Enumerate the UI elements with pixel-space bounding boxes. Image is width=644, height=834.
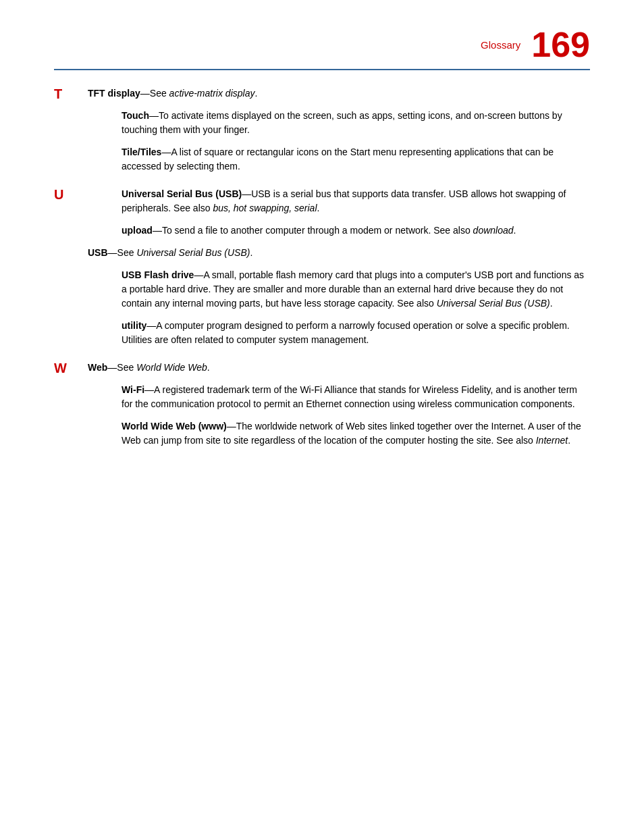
entry-tile-tiles: Tile/Tiles—A list of square or rectangul…: [88, 145, 590, 174]
term-tft-display: TFT display: [88, 88, 140, 99]
entry-usb-flash-drive: USB Flash drive—A small, portable flash …: [88, 268, 590, 311]
entry-touch: Touch—To activate items displayed on the…: [88, 109, 590, 137]
term-touch: Touch: [122, 110, 149, 121]
entry-universal-serial-bus: Universal Serial Bus (USB)—USB is a seri…: [88, 187, 590, 215]
see-also-tft-display: active-matrix display: [169, 88, 255, 99]
entry-utility: utility—A computer program designed to p…: [88, 319, 590, 347]
header-divider: [54, 69, 590, 70]
see-also-world-wide-web: World Wide Web: [136, 362, 207, 373]
section-u: U Universal Serial Bus (USB)—USB is a se…: [54, 187, 590, 355]
term-usb-flash-drive: USB Flash drive: [122, 269, 194, 280]
section-u-entries: Universal Serial Bus (USB)—USB is a seri…: [88, 187, 590, 355]
term-web: Web: [88, 362, 107, 373]
term-usb: USB: [88, 247, 108, 258]
entry-world-wide-web: World Wide Web (www)—The worldwide netwo…: [88, 419, 590, 448]
see-also-internet: Internet: [536, 435, 568, 446]
term-wi-fi: Wi-Fi: [122, 384, 144, 395]
page: Glossary 169 T TFT display—See active-ma…: [0, 0, 644, 834]
entry-tft-display: TFT display—See active-matrix display.: [88, 86, 590, 101]
letter-u: U: [54, 187, 88, 355]
section-label: Glossary: [481, 39, 520, 51]
entry-wi-fi: Wi-Fi—A registered trademark term of the…: [88, 383, 590, 411]
see-also-download: download: [473, 225, 514, 236]
glossary-content: T TFT display—See active-matrix display.…: [0, 86, 644, 456]
section-t-entries: TFT display—See active-matrix display. T…: [88, 86, 590, 182]
term-universal-serial-bus: Universal Serial Bus (USB): [122, 188, 242, 199]
letter-w: W: [54, 361, 88, 456]
entry-usb: USB—See Universal Serial Bus (USB).: [88, 246, 590, 260]
section-w: W Web—See World Wide Web. Wi-Fi—A regist…: [54, 361, 590, 456]
section-t: T TFT display—See active-matrix display.…: [54, 86, 590, 182]
term-world-wide-web: World Wide Web (www): [122, 421, 227, 432]
see-also-usb: Universal Serial Bus (USB): [136, 247, 250, 258]
page-header: Glossary 169: [0, 0, 644, 69]
term-utility: utility: [122, 320, 146, 331]
term-tile-tiles: Tile/Tiles: [122, 147, 161, 157]
entry-upload: upload—To send a file to another compute…: [88, 224, 590, 238]
entry-web: Web—See World Wide Web.: [88, 361, 590, 375]
section-w-entries: Web—See World Wide Web. Wi-Fi—A register…: [88, 361, 590, 456]
letter-t: T: [54, 86, 88, 182]
term-upload: upload: [122, 225, 153, 236]
see-also-usb-main: bus, hot swapping, serial: [213, 203, 317, 213]
page-number: 169: [531, 27, 590, 62]
see-also-usb-flash: Universal Serial Bus (USB): [437, 298, 550, 309]
